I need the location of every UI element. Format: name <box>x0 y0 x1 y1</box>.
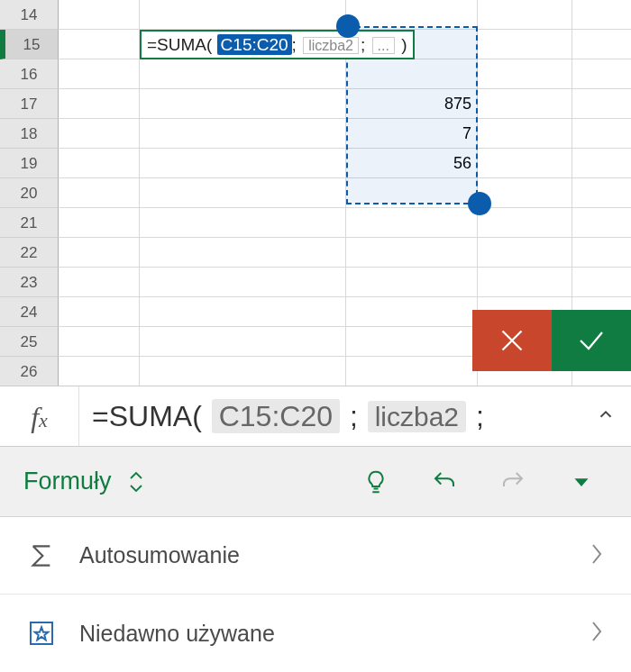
ribbon-tab-selector[interactable]: Formuły <box>0 468 144 495</box>
row-header-23[interactable]: 23 <box>0 268 59 297</box>
cell[interactable] <box>59 208 140 238</box>
cell[interactable] <box>140 357 346 386</box>
cell[interactable] <box>346 297 478 327</box>
cell[interactable] <box>140 327 346 357</box>
updown-icon <box>128 468 144 495</box>
cell[interactable] <box>59 30 140 59</box>
row-header-17[interactable]: 17 <box>0 89 59 119</box>
cell[interactable] <box>59 238 140 268</box>
ribbon-bar: Formuły <box>0 447 631 517</box>
undo-button[interactable] <box>431 468 458 495</box>
cell[interactable] <box>59 89 140 119</box>
cell[interactable] <box>478 238 572 268</box>
cell[interactable] <box>478 30 572 59</box>
cell[interactable] <box>572 238 631 268</box>
cell[interactable] <box>572 178 631 208</box>
formula-prefix: =SUMA( <box>92 400 202 432</box>
lightbulb-icon <box>362 468 389 495</box>
check-icon <box>575 324 608 357</box>
cell[interactable] <box>140 297 346 327</box>
cell[interactable] <box>59 119 140 149</box>
lightbulb-button[interactable] <box>362 468 389 495</box>
cell[interactable] <box>572 30 631 59</box>
cell[interactable] <box>572 89 631 119</box>
cell[interactable] <box>140 149 346 178</box>
cell[interactable] <box>478 268 572 297</box>
formula-input[interactable]: =SUMA( C15:C20 ; liczba2 ; <box>79 400 581 433</box>
cell[interactable] <box>140 119 346 149</box>
chevron-right-icon <box>590 541 604 570</box>
cell[interactable] <box>478 59 572 89</box>
cell[interactable] <box>59 268 140 297</box>
row-header-16[interactable]: 16 <box>0 59 59 89</box>
active-cell-editor[interactable]: =SUMA( C15:C20; liczba2; ... ) <box>140 30 415 59</box>
cell[interactable] <box>59 297 140 327</box>
formula-token-range[interactable]: C15:C20 <box>212 399 340 433</box>
spreadsheet-grid[interactable]: 14 15 16 17 18 19 20 21 22 23 24 25 26 8… <box>0 0 631 386</box>
cell[interactable] <box>572 0 631 30</box>
selection-handle-bottom[interactable] <box>468 192 491 215</box>
cell[interactable] <box>572 268 631 297</box>
row-header-25[interactable]: 25 <box>0 327 59 357</box>
chevron-up-icon <box>596 404 616 424</box>
formula-token-arg[interactable]: liczba2 <box>368 401 466 432</box>
cancel-button[interactable] <box>472 310 552 371</box>
cell[interactable] <box>572 59 631 89</box>
cell[interactable] <box>346 268 478 297</box>
row-header-26[interactable]: 26 <box>0 357 59 386</box>
menu-autosum[interactable]: Autosumowanie <box>0 517 631 595</box>
cell[interactable] <box>140 89 346 119</box>
cell[interactable] <box>346 208 478 238</box>
row-header-24[interactable]: 24 <box>0 297 59 327</box>
cell[interactable] <box>346 238 478 268</box>
cell[interactable] <box>140 238 346 268</box>
cell[interactable] <box>572 119 631 149</box>
cell[interactable] <box>59 0 140 30</box>
cell[interactable] <box>478 178 572 208</box>
cell[interactable] <box>59 149 140 178</box>
menu-recent[interactable]: Niedawno używane <box>0 595 631 672</box>
cell[interactable] <box>478 208 572 238</box>
cell[interactable] <box>478 119 572 149</box>
cell[interactable] <box>478 89 572 119</box>
cell[interactable] <box>140 0 346 30</box>
star-box-icon <box>27 619 56 648</box>
cell[interactable] <box>572 149 631 178</box>
menu-recent-label: Niedawno używane <box>79 621 566 647</box>
more-button[interactable] <box>568 468 595 495</box>
cell[interactable] <box>59 59 140 89</box>
formula-hint-more: ... <box>372 37 395 54</box>
row-header-21[interactable]: 21 <box>0 208 59 238</box>
cell[interactable] <box>140 59 346 89</box>
row-header-20[interactable]: 20 <box>0 178 59 208</box>
cell[interactable] <box>346 357 478 386</box>
cell[interactable] <box>59 178 140 208</box>
cell[interactable] <box>140 208 346 238</box>
cell[interactable] <box>59 327 140 357</box>
undo-icon <box>431 468 458 495</box>
formula-menu: Autosumowanie Niedawno używane <box>0 517 631 672</box>
fx-icon[interactable]: fx <box>0 386 79 446</box>
collapse-button[interactable] <box>581 404 631 428</box>
cell[interactable] <box>140 178 346 208</box>
cell[interactable] <box>59 357 140 386</box>
row-header-15[interactable]: 15 <box>0 30 59 59</box>
row-header-14[interactable]: 14 <box>0 0 59 30</box>
cell[interactable] <box>572 208 631 238</box>
row-header-19[interactable]: 19 <box>0 149 59 178</box>
redo-button[interactable] <box>499 468 526 495</box>
selection-handle-top[interactable] <box>336 14 360 38</box>
cell[interactable] <box>478 149 572 178</box>
close-icon <box>496 324 528 357</box>
cell[interactable] <box>140 268 346 297</box>
formula-range-token[interactable]: C15:C20 <box>217 34 292 55</box>
ribbon-tab-label: Formuły <box>23 468 112 495</box>
cell[interactable] <box>478 0 572 30</box>
formula-hint-arg: liczba2 <box>303 37 359 54</box>
formula-prefix: =SUMA( <box>147 35 212 54</box>
cell[interactable] <box>346 327 478 357</box>
row-header-22[interactable]: 22 <box>0 238 59 268</box>
row-header-18[interactable]: 18 <box>0 119 59 149</box>
caret-down-icon <box>568 468 595 495</box>
confirm-button[interactable] <box>552 310 631 371</box>
